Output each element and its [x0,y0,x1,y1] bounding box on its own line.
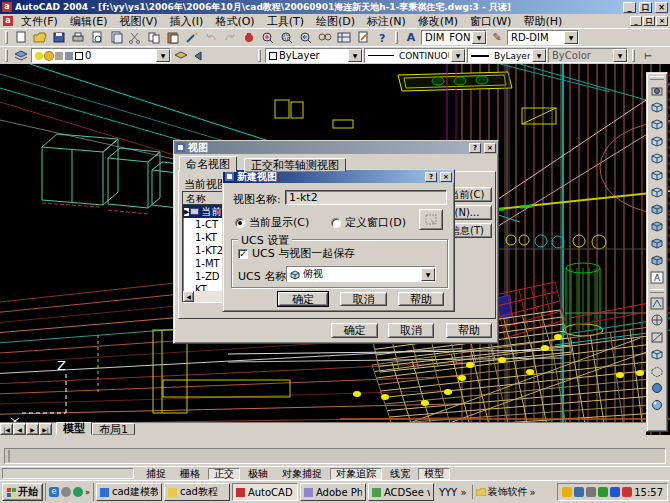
cut-icon[interactable] [126,30,144,45]
toolbar-grip[interactable] [5,49,8,62]
front-view-icon-button[interactable] [648,167,666,184]
help-button[interactable]: 帮助 [446,323,492,338]
toolbar-grip[interactable] [650,289,664,293]
zoom-window-icon[interactable] [278,30,296,45]
layer-manager-icon[interactable] [12,48,30,63]
camera-icon-button[interactable] [648,82,666,99]
command-grip[interactable] [6,450,10,462]
tray-icon[interactable] [586,487,596,497]
top-view-icon-button[interactable] [648,99,666,116]
chevron-down-icon[interactable]: ▼ [532,49,546,62]
3d-wireframe-icon-button[interactable] [648,346,666,363]
right-view-icon-button[interactable] [648,150,666,167]
hidden-icon-button[interactable] [648,363,666,380]
gouraud-shaded-icon-button[interactable] [648,397,666,414]
make-layer-current-icon[interactable] [172,48,190,63]
help-icon[interactable]: ? [373,30,391,45]
status-toggle-6[interactable]: 对象追踪 [330,468,382,480]
radio-dot[interactable] [235,218,245,228]
view-name-input[interactable]: 1-kt2 [285,190,447,205]
chevron-down-icon[interactable]: ▼ [472,31,486,44]
save-ucs-checkbox[interactable]: ✓ UCS 与视图一起保存 [238,246,355,261]
layout-tab-model[interactable]: 模型 [56,422,92,435]
layer-previous-icon[interactable] [191,48,209,63]
close-icon[interactable]: × [440,172,452,182]
taskbar-toolbar-deco[interactable]: 装饰软件 » [472,485,539,499]
left-view-icon-button[interactable] [648,133,666,150]
ok-button[interactable]: 确定 [331,323,378,338]
lineweight-combo[interactable]: ByLayer ▼ [467,48,547,63]
taskbar-toolbar-yyy[interactable]: YYY » [436,487,470,498]
dim-style-combo2[interactable]: RD-DIM ▼ [507,30,579,45]
tray-icon[interactable] [622,487,632,497]
help-button[interactable]: 帮助 [398,292,444,306]
plot-icon[interactable] [69,30,87,45]
menu-item[interactable]: 视图(V) [113,13,163,30]
layer-combo[interactable]: 0 ▼ [31,48,171,63]
chevron-down-icon[interactable]: ▼ [564,31,578,44]
radio-dot[interactable] [331,218,341,228]
menu-item[interactable]: 修改(M) [412,13,464,30]
open-icon[interactable] [31,30,49,45]
status-toggle-2[interactable]: 栅格 [174,468,206,480]
undo-icon[interactable] [202,30,220,45]
pan-realtime-icon[interactable] [240,30,258,45]
named-ucs-icon-button[interactable] [648,295,666,312]
toolbar-grip[interactable] [5,31,8,44]
menu-item[interactable]: 标注(N) [361,13,412,30]
messenger-icon[interactable] [73,487,83,497]
tray-icon[interactable] [562,487,572,497]
task-button[interactable]: ACDSee v3.1... [368,483,434,501]
toolbar-grip[interactable] [650,76,664,80]
paste-icon[interactable] [164,30,182,45]
back-view-icon-button[interactable] [648,184,666,201]
help-button[interactable]: ? [425,172,437,182]
next-tab-button[interactable]: ▶ [26,423,39,435]
zoom-realtime-icon[interactable] [259,30,277,45]
define-window-picker-button[interactable] [419,209,443,230]
task-button[interactable]: Adobe Photo... [300,483,366,501]
bottom-view-icon-button[interactable] [648,116,666,133]
start-button[interactable]: 开始 [2,483,43,501]
task-button[interactable]: cad教程 [164,483,230,501]
tray-icon[interactable] [574,487,584,497]
command-input[interactable] [4,448,666,464]
tray-icon[interactable] [598,487,608,497]
menu-item[interactable]: 文件(F) [15,13,64,30]
match-properties-icon[interactable] [183,30,201,45]
named-views-icon-button[interactable]: A [648,269,666,286]
task-button[interactable]: cad建模教程... [96,483,162,501]
menu-item[interactable]: 编辑(E) [64,13,114,30]
doc-close-button[interactable]: × [656,16,668,26]
minimize-button[interactable]: _ [623,2,636,13]
menu-item[interactable]: 工具(T) [261,13,310,30]
doc-minimize-button[interactable]: _ [630,16,642,26]
doc-restore-button[interactable]: 口 [643,16,655,26]
tab-named-views[interactable]: 命名视图 [179,156,237,172]
designcenter-icon[interactable] [335,30,353,45]
toolbar-grip[interactable] [258,49,261,62]
nw-isometric-icon-button[interactable] [648,252,666,269]
menu-item[interactable]: 窗口(W) [464,13,517,30]
help-button[interactable]: ? [469,143,481,153]
chevron-down-icon[interactable]: ▼ [156,49,170,62]
sw-isometric-icon-button[interactable] [648,201,666,218]
media-player-icon[interactable] [61,487,71,497]
menu-item[interactable]: 帮助(H) [517,13,568,30]
toolbar-grip[interactable] [395,31,398,44]
menu-item[interactable]: 插入(I) [164,13,210,30]
publish-icon[interactable] [107,30,125,45]
command-line[interactable] [0,435,670,448]
layout-tab-layout1[interactable]: 布局1 [92,423,135,435]
tray-icon[interactable] [610,487,620,497]
chevron-down-icon[interactable]: ▼ [451,49,465,62]
scroll-left-icon[interactable]: ◀ [183,291,194,302]
menu-item[interactable]: 格式(O) [209,13,260,30]
toolbar-grip[interactable] [632,49,635,62]
chevron-down-icon[interactable]: ▼ [348,49,362,62]
status-toggle-7[interactable]: 线宽 [384,468,416,480]
status-toggle-8[interactable]: 模型 [418,468,450,480]
ucs-name-combo[interactable]: 俯视 ▼ [286,266,436,282]
menu-item[interactable]: 绘图(D) [310,13,361,30]
dim-style-combo[interactable]: DIM_FONT ▼ [421,30,487,45]
